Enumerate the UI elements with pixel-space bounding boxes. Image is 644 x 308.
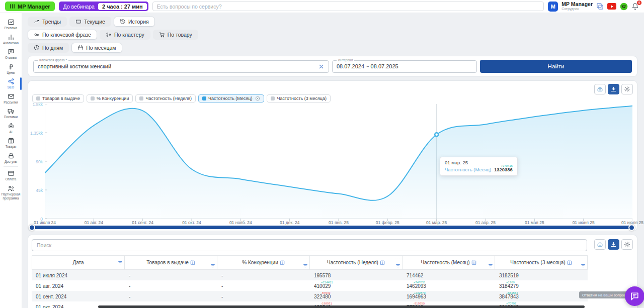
column-header[interactable]: Частотность (Месяц)··· <box>403 255 495 270</box>
save-image-button[interactable] <box>594 84 606 94</box>
tab-current[interactable]: Текущие <box>69 17 111 27</box>
tab-trends[interactable]: Тренды <box>28 17 67 27</box>
legend-item[interactable]: Частотность (3 месяца) <box>267 94 330 102</box>
download-button[interactable] <box>608 239 619 250</box>
table-search-input[interactable] <box>32 239 587 251</box>
x-axis-label: 01 июня 25 <box>573 220 595 225</box>
close-icon[interactable] <box>255 96 260 101</box>
table-cell: +7476311462093 <box>403 280 495 291</box>
sidebar-item-mailing[interactable]: Рассылки <box>0 91 22 106</box>
sidebar-item-label: AI <box>10 130 13 134</box>
cell-value: 1462093 <box>407 283 426 289</box>
filter-icon <box>581 263 586 268</box>
column-menu-icon[interactable]: ··· <box>395 257 400 259</box>
table-row[interactable]: 01 авг. 2024--+214451410029+747631146209… <box>32 280 588 291</box>
chart-point-marker <box>435 133 438 136</box>
column-header[interactable]: Дата <box>32 255 125 270</box>
sidebar-item-seo[interactable]: SEO <box>0 76 22 91</box>
y-axis-label: 1.8kk <box>28 102 43 107</box>
sidebar-item-analytics[interactable]: Аналитика <box>0 32 22 47</box>
slider-handle-right[interactable] <box>628 224 635 231</box>
sidebar-item-ads[interactable]: Реклама <box>0 17 22 32</box>
gear-icon <box>624 86 630 92</box>
sidebar-item-payment[interactable]: Оплата <box>0 168 22 183</box>
cell-value: 3847843 <box>499 294 519 299</box>
chart-legend: Товаров в выдаче% КонкуренцииЧастотность… <box>32 94 331 102</box>
column-header[interactable]: Частотность (3 месяца)··· <box>495 255 588 270</box>
bell-icon[interactable]: 9 <box>631 3 639 10</box>
mail-icon <box>8 93 15 100</box>
prices-icon <box>8 63 15 70</box>
webinar-banner[interactable]: До вебинара 2 часа : 27 мин <box>59 2 148 11</box>
sidebar-item-access[interactable]: Доступы <box>0 151 22 165</box>
tab-history[interactable]: История <box>114 17 155 27</box>
cell-value: - <box>221 294 223 299</box>
legend-item[interactable]: % Конкуренции <box>87 94 133 102</box>
youtube-icon[interactable] <box>607 3 616 10</box>
tab-by-day[interactable]: По дням <box>28 43 69 53</box>
download-button[interactable] <box>608 84 619 94</box>
legend-item[interactable]: Товаров в выдаче <box>32 94 84 102</box>
horizontal-scrollbar[interactable] <box>98 305 585 308</box>
table-row[interactable]: 01 сент. 2024---87549322480+232870169496… <box>32 291 588 301</box>
tab-label: По месяцам <box>86 45 116 51</box>
delta-value: +232870 <box>414 291 426 294</box>
current-icon <box>75 19 82 25</box>
column-menu-icon[interactable]: ··· <box>210 257 215 259</box>
interval-input[interactable] <box>333 63 476 69</box>
copy-icon[interactable] <box>596 3 604 10</box>
cart-icon <box>159 32 165 38</box>
avatar[interactable]: M <box>548 2 558 12</box>
save-image-button[interactable] <box>594 239 606 250</box>
column-menu-icon[interactable]: ··· <box>488 257 493 259</box>
info-icon <box>380 260 385 265</box>
sidebar-item-products[interactable]: Товары <box>0 136 22 150</box>
tooltip-series-label: Частотность (Месяц): <box>445 167 493 172</box>
user-info: MP Manager Сотрудник <box>561 2 593 11</box>
table-row[interactable]: 01 июля 2024--1955787144623182519 <box>32 270 588 280</box>
app-shell: РекламаАналитикаОтзывыЦеныSEOРассылкиПос… <box>0 13 644 308</box>
legend-item[interactable]: Частотность (Месяц) <box>198 94 264 102</box>
sidebar-item-prices[interactable]: Цены <box>0 62 22 76</box>
table-cell: 01 сент. 2024 <box>32 291 125 301</box>
settings-button[interactable] <box>621 84 633 94</box>
sidebar-item-supplies[interactable]: Поставки <box>0 106 22 121</box>
sidebar-item-partner-program[interactable]: Партнерская программа <box>0 183 22 201</box>
tab-by-month[interactable]: По месяцам <box>71 43 122 53</box>
clear-icon[interactable] <box>318 64 324 69</box>
frequency-chart[interactable] <box>45 104 632 222</box>
table-cell: +214451410029 <box>310 280 403 291</box>
service-question-input[interactable] <box>152 2 544 11</box>
column-menu-icon[interactable]: ··· <box>302 257 308 259</box>
view-tabs: ТрендыТекущиеИстория <box>28 17 637 27</box>
app-logo[interactable]: MP Manager <box>5 2 55 11</box>
tab-by-cluster[interactable]: По кластеру <box>100 30 150 40</box>
download-icon <box>610 86 617 92</box>
tab-by-keyword[interactable]: По ключевой фразе <box>28 30 97 40</box>
find-button[interactable]: Найти <box>480 60 632 73</box>
legend-color-swatch <box>139 96 143 100</box>
cell-value: - <box>129 273 130 278</box>
column-menu-icon[interactable]: ··· <box>580 257 586 259</box>
x-axis-label: 01 янв. 25 <box>329 220 349 225</box>
column-header[interactable]: Товаров в выдаче··· <box>125 255 217 270</box>
period-tabs: По днямПо месяцам <box>28 43 637 53</box>
column-header[interactable]: Частотность (Неделя)··· <box>310 255 403 270</box>
tab-by-product[interactable]: По товару <box>153 30 198 40</box>
column-header-label: Частотность (Месяц) <box>421 260 469 265</box>
table-cell: 3182519 <box>495 270 588 280</box>
column-header[interactable]: % Конкуренции··· <box>217 255 310 270</box>
cell-value: 714462 <box>407 273 423 278</box>
settings-button[interactable] <box>621 239 633 250</box>
keyword-input[interactable] <box>34 63 318 69</box>
table-cell: +6635643847843 <box>495 291 588 301</box>
sidebar-item-ai[interactable]: AI <box>0 121 22 136</box>
legend-item[interactable]: Частотность (Неделя) <box>135 94 196 102</box>
info-icon <box>190 260 195 265</box>
range-slider[interactable] <box>32 226 632 229</box>
community-icon[interactable] <box>620 3 628 11</box>
chat-button[interactable] <box>625 286 644 306</box>
sidebar-item-reviews[interactable]: Отзывы <box>0 47 22 61</box>
slider-handle-left[interactable] <box>29 224 35 231</box>
cell-value: 01 июля 2024 <box>36 273 67 278</box>
